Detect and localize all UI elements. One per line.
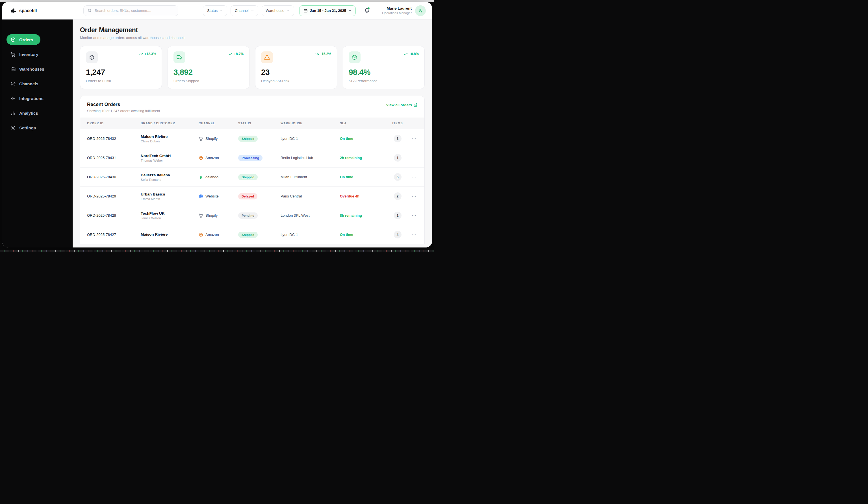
brand-name: Maison Rivière (141, 134, 199, 139)
row-actions-button[interactable]: ⋯ (410, 194, 417, 199)
stat-value: 1,247 (86, 68, 156, 77)
globe-icon (199, 194, 203, 199)
recent-orders-card: Recent Orders Showing 10 of 1,247 orders… (80, 96, 425, 244)
user-menu[interactable]: Marie Laurent Operations Manager (382, 6, 412, 15)
channel-name: Amazon (205, 156, 219, 160)
table-row[interactable]: ORD-2025-78427 Maison Rivière Amazon Shi… (80, 225, 424, 244)
sidebar-item-channels[interactable]: Channels (7, 78, 68, 89)
column-header-items: Items (385, 122, 410, 125)
sidebar-item-inventory[interactable]: Inventory (7, 49, 68, 60)
amazon-box-icon (199, 233, 203, 237)
alert-triangle-icon (261, 51, 273, 63)
status-filter-dropdown[interactable]: Status (203, 6, 227, 16)
top-bar: spacefill Status Channel Warehouse Jan 1… (2, 2, 432, 20)
chevron-down-icon (251, 9, 254, 12)
sidebar-item-label: Inventory (19, 52, 39, 57)
customer-name: James Wilson (141, 216, 199, 220)
view-all-orders-link[interactable]: View all orders (386, 103, 417, 107)
row-actions-button[interactable]: ⋯ (410, 232, 417, 237)
stat-card-orders-shipped: +8.7% 3,892 Orders Shipped (167, 46, 249, 89)
table-header-row: Order ID Brand / Customer Channel Status… (80, 117, 424, 129)
sidebar-item-label: Channels (19, 81, 39, 86)
date-range-label: Jan 15 - Jan 21, 2025 (310, 9, 347, 13)
warehouse-name: Berlin Logistics Hub (281, 156, 340, 160)
row-actions-button[interactable]: ⋯ (410, 136, 417, 141)
sidebar-item-warehouses[interactable]: Warehouses (7, 64, 68, 74)
items-count-badge: 4 (394, 231, 402, 238)
order-id: ORD-2025-78427 (87, 233, 141, 237)
sla-status: 2h remaining (340, 156, 385, 160)
trending-down-icon (315, 52, 319, 56)
sidebar: Orders Inventory Warehouses Channels Int… (2, 20, 73, 247)
table-row[interactable]: ORD-2025-78432 Maison RivièreClaire Dubo… (80, 129, 424, 148)
stat-label: Orders Shipped (174, 79, 244, 83)
bar-chart-icon (10, 111, 16, 116)
order-id: ORD-2025-78428 (87, 213, 141, 217)
column-header-warehouse: Warehouse (281, 122, 340, 125)
orders-section-subtitle: Showing 10 of 1,247 orders awaiting fulf… (87, 109, 160, 113)
search-icon (87, 9, 92, 13)
row-actions-button[interactable]: ⋯ (410, 213, 417, 218)
sidebar-item-integrations[interactable]: Integrations (7, 93, 68, 104)
table-row[interactable]: ORD-2025-78430 Bellezza ItalianaSofia Ro… (80, 167, 424, 186)
items-count-badge: 5 (394, 173, 402, 181)
chevron-down-icon (287, 9, 290, 12)
brand-name: spacefill (19, 8, 37, 13)
items-count-badge: 1 (394, 154, 402, 162)
table-row[interactable]: ORD-2025-78428 TechFlow UKJames Wilson S… (80, 206, 424, 225)
channel-filter-dropdown[interactable]: Channel (230, 6, 258, 16)
sidebar-item-label: Orders (19, 37, 33, 42)
chevron-down-icon (348, 9, 351, 12)
trend-badge: +0.8% (404, 52, 419, 56)
stat-card-delayed-at-risk: -15.2% 23 Delayed / At-Risk (255, 46, 337, 89)
external-link-icon (414, 103, 417, 107)
sidebar-item-settings[interactable]: Settings (7, 122, 68, 133)
date-range-picker[interactable]: Jan 15 - Jan 21, 2025 (299, 6, 356, 16)
sidebar-item-label: Warehouses (19, 67, 44, 71)
status-badge: Pending (238, 213, 258, 219)
package-icon (10, 37, 16, 42)
main-content: Order Management Monitor and manage orde… (73, 20, 432, 247)
order-id: ORD-2025-78430 (87, 175, 141, 179)
channel-filter-label: Channel (235, 9, 248, 13)
channel-name: Amazon (205, 233, 219, 237)
trend-badge: -15.2% (315, 52, 331, 56)
warehouse-filter-dropdown[interactable]: Warehouse (262, 6, 294, 16)
order-id: ORD-2025-78432 (87, 136, 141, 141)
gear-icon (10, 125, 16, 131)
brand-logo: spacefill (2, 8, 73, 13)
column-header-order-id: Order ID (87, 122, 141, 125)
table-row[interactable]: ORD-2025-78429 Urban BasicsEmma Martin W… (80, 186, 424, 206)
sidebar-item-analytics[interactable]: Analytics (7, 107, 68, 119)
divider (376, 7, 377, 15)
column-header-status: Status (238, 122, 281, 125)
stat-label: SLA Performance (349, 79, 419, 83)
search-input[interactable] (95, 9, 174, 13)
channel-name: Shopify (205, 136, 218, 141)
channel-name: Website (205, 194, 219, 198)
search-box[interactable] (83, 6, 178, 16)
brand-name: NordTech GmbH (141, 153, 199, 158)
shopping-cart-icon (10, 52, 16, 57)
stat-value: 3,892 (174, 68, 244, 77)
trending-up-icon (229, 52, 232, 56)
sidebar-item-label: Analytics (19, 111, 38, 115)
row-actions-button[interactable]: ⋯ (410, 155, 417, 161)
row-actions-button[interactable]: ⋯ (410, 174, 417, 180)
warehouse-name: Lyon DC-1 (281, 136, 340, 141)
forklift-logo-icon (10, 8, 17, 13)
notifications-button[interactable] (362, 6, 372, 16)
zalando-icon (199, 175, 203, 179)
warehouse-name: Paris Central (281, 194, 340, 198)
sla-status: Overdue 4h (340, 194, 385, 198)
user-role: Operations Manager (382, 11, 412, 15)
avatar[interactable] (415, 6, 426, 16)
items-count-badge: 1 (394, 212, 402, 219)
sla-status: On time (340, 137, 385, 141)
brand-name: Bellezza Italiana (141, 173, 199, 178)
channel-name: Zalando (205, 175, 218, 179)
order-id: ORD-2025-78431 (87, 156, 141, 160)
sidebar-item-orders[interactable]: Orders (7, 34, 40, 45)
table-row[interactable]: ORD-2025-78431 NordTech GmbHThomas Weber… (80, 148, 424, 167)
sla-status: On time (340, 175, 385, 179)
